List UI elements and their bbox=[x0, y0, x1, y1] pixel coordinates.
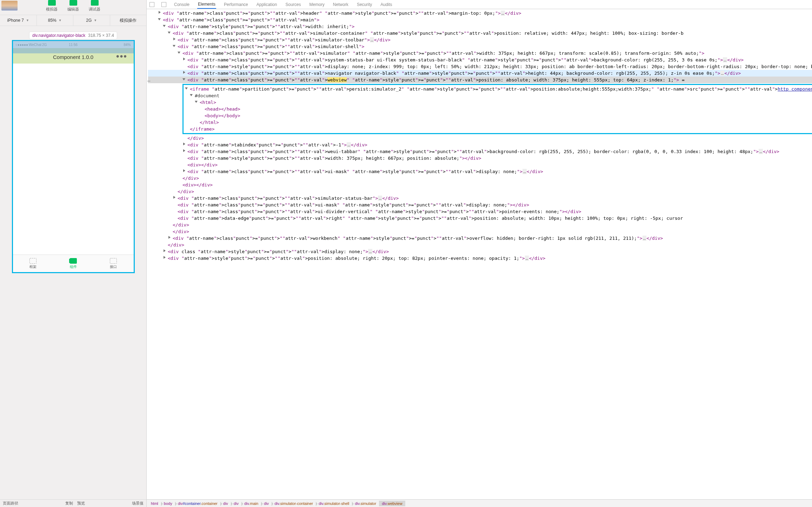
dom-node[interactable]: <div "attr-name">data-edge"punct">="punc… bbox=[148, 215, 812, 222]
dom-node[interactable]: <div "attr-name">class"punct">="punct">"… bbox=[148, 195, 812, 202]
dom-node[interactable]: …<div "attr-name">class"punct">="punct">… bbox=[148, 77, 812, 83]
dom-node[interactable]: <div "attr-name">tabindex"punct">="punct… bbox=[148, 141, 812, 148]
dom-node[interactable]: <div "attr-name">class"punct">="punct">"… bbox=[148, 17, 812, 23]
network-select[interactable]: 2G ▼ bbox=[73, 15, 110, 26]
collapse-arrow-icon[interactable] bbox=[163, 25, 166, 27]
dom-node[interactable]: <div></div> bbox=[148, 162, 812, 168]
dom-node[interactable]: <iframe "attr-name">partition"punct">="p… bbox=[185, 86, 812, 92]
devtools-tab-audits[interactable]: Audits bbox=[380, 1, 393, 8]
breadcrumb-item[interactable]: div#container.container bbox=[175, 501, 220, 506]
dom-node[interactable]: </html> bbox=[185, 119, 812, 126]
project-thumbnail[interactable] bbox=[1, 1, 18, 11]
tool-debugger[interactable]: 调试器 bbox=[89, 0, 100, 12]
device-select[interactable]: iPhone 7 ▼ bbox=[0, 15, 37, 26]
expand-arrow-icon[interactable] bbox=[183, 149, 185, 152]
page-path-label[interactable]: 页面路径 bbox=[3, 501, 18, 506]
expand-arrow-icon[interactable] bbox=[183, 169, 185, 172]
dom-node[interactable]: <div "attr-name">class"punct">="punct">"… bbox=[148, 148, 812, 155]
dom-node[interactable]: </div> bbox=[148, 135, 812, 141]
sim-ops-select[interactable]: 模拟操作 bbox=[110, 15, 147, 26]
dom-node[interactable]: </div> bbox=[148, 175, 812, 182]
dom-node[interactable]: <div></div> bbox=[148, 182, 812, 188]
dom-node[interactable]: </div> bbox=[148, 188, 812, 195]
collapse-arrow-icon[interactable] bbox=[190, 94, 193, 96]
devtools-tab-sources[interactable]: Sources bbox=[285, 1, 301, 8]
devtools-tab-security[interactable]: Security bbox=[356, 1, 373, 8]
dom-node[interactable]: <div "attr-name">class"punct">="punct">"… bbox=[148, 208, 812, 215]
breadcrumb-item[interactable]: body bbox=[161, 501, 175, 506]
breadcrumb-item[interactable]: div.simulator-container bbox=[272, 501, 316, 506]
breadcrumb-item[interactable]: div bbox=[231, 501, 241, 506]
expand-arrow-icon[interactable] bbox=[164, 256, 166, 259]
dom-node[interactable]: <div class "attr-name">style"punct">="pu… bbox=[148, 248, 812, 255]
breadcrumb-item[interactable]: div.main bbox=[241, 501, 261, 506]
collapse-arrow-icon[interactable] bbox=[182, 78, 185, 80]
phone-tab-item[interactable]: 框架 bbox=[13, 255, 53, 272]
phone-tab-item[interactable]: 接口 bbox=[93, 255, 134, 272]
breadcrumb-item[interactable]: div bbox=[261, 501, 272, 506]
dom-node[interactable]: <div "attr-name">class"punct">="punct">"… bbox=[148, 37, 812, 43]
copy-button[interactable]: 复制 bbox=[65, 501, 73, 506]
breadcrumb-item[interactable]: html bbox=[148, 501, 161, 506]
devtools-tab-memory[interactable]: Memory bbox=[309, 1, 325, 8]
expand-arrow-icon[interactable] bbox=[183, 71, 185, 74]
scene-value-label[interactable]: 场景值 bbox=[132, 501, 144, 506]
dom-node[interactable]: </iframe> bbox=[185, 126, 812, 132]
phone-tab-item[interactable]: 组件 bbox=[53, 255, 93, 272]
devtools-tabs: ConsoleElementsPerformanceApplicationSou… bbox=[147, 0, 812, 9]
collapse-arrow-icon[interactable] bbox=[185, 87, 188, 90]
expand-arrow-icon[interactable] bbox=[183, 143, 185, 145]
dom-node[interactable]: </div> bbox=[148, 222, 812, 228]
dom-node[interactable]: <div "attr-name">class"punct">="punct">"… bbox=[148, 168, 812, 175]
dom-node[interactable]: </div> bbox=[148, 242, 812, 248]
zoom-select[interactable]: 85% ▼ bbox=[37, 15, 74, 26]
inspect-element-icon[interactable] bbox=[149, 2, 154, 7]
devtools-tab-console[interactable]: Console bbox=[173, 1, 190, 8]
collapse-arrow-icon[interactable] bbox=[158, 18, 161, 20]
expand-arrow-icon[interactable] bbox=[159, 11, 161, 14]
breadcrumb-item[interactable]: div.simulator bbox=[352, 501, 379, 506]
dom-node[interactable]: <div "attr-name">class"punct">="punct">"… bbox=[148, 70, 812, 77]
chevron-down-icon: ▼ bbox=[59, 19, 62, 22]
breadcrumb-item[interactable]: div.simulator-shell bbox=[316, 501, 352, 506]
collapse-arrow-icon[interactable] bbox=[168, 32, 171, 34]
dom-node[interactable]: </div> bbox=[148, 228, 812, 235]
collapse-arrow-icon[interactable] bbox=[195, 101, 198, 103]
dom-node[interactable]: <html> bbox=[185, 99, 812, 106]
tool-simulator[interactable]: 模拟器 bbox=[46, 0, 58, 12]
nav-more-icon[interactable]: ●●● bbox=[116, 53, 127, 59]
dom-node[interactable]: <div "attr-name">class"punct">="punct">"… bbox=[148, 202, 812, 208]
device-toggle-icon[interactable] bbox=[161, 2, 166, 7]
chevron-down-icon: ▼ bbox=[26, 19, 29, 22]
dom-node[interactable]: <div "attr-name">style"punct">="punct">"… bbox=[148, 63, 812, 70]
expand-arrow-icon[interactable] bbox=[183, 58, 185, 60]
expand-arrow-icon[interactable] bbox=[173, 196, 175, 199]
dom-node[interactable]: <div "attr-name">class"punct">="punct">"… bbox=[148, 30, 812, 37]
devtools-tab-performance[interactable]: Performance bbox=[223, 1, 249, 8]
expand-arrow-icon[interactable] bbox=[164, 249, 166, 252]
phone-body[interactable] bbox=[13, 64, 134, 255]
dom-node[interactable]: <div "attr-name">style"punct">="punct">"… bbox=[148, 155, 812, 162]
dom-node[interactable]: <head></head> bbox=[185, 106, 812, 112]
dom-node[interactable]: <div "attr-name">class"punct">="punct">"… bbox=[148, 235, 812, 242]
dom-tree[interactable]: <div "attr-name">class"punct">="punct">"… bbox=[147, 9, 812, 499]
dom-node[interactable]: <div "attr-name">style"punct">="punct">"… bbox=[148, 23, 812, 30]
dom-node[interactable]: <div "attr-name">class"punct">="punct">"… bbox=[148, 57, 812, 63]
dom-node[interactable]: <body></body> bbox=[185, 112, 812, 119]
collapse-arrow-icon[interactable] bbox=[178, 52, 180, 54]
preview-button[interactable]: 预览 bbox=[77, 501, 85, 506]
collapse-arrow-icon[interactable] bbox=[173, 45, 175, 47]
dom-node[interactable]: <div "attr-name">class"punct">="punct">"… bbox=[148, 50, 812, 57]
devtools-tab-network[interactable]: Network bbox=[332, 1, 349, 8]
tool-editor[interactable]: 编辑器 bbox=[67, 0, 79, 12]
breadcrumb-item[interactable]: div bbox=[220, 501, 231, 506]
expand-arrow-icon[interactable] bbox=[173, 38, 175, 40]
dom-node[interactable]: #document bbox=[185, 92, 812, 99]
dom-node[interactable]: <div "attr-name">style"punct">="punct">"… bbox=[148, 255, 812, 262]
devtools-tab-application[interactable]: Application bbox=[256, 1, 278, 8]
expand-arrow-icon[interactable] bbox=[168, 236, 171, 239]
dom-node[interactable]: <div "attr-name">class"punct">="punct">"… bbox=[148, 10, 812, 17]
devtools-tab-elements[interactable]: Elements bbox=[197, 0, 216, 9]
dom-node[interactable]: <div "attr-name">class"punct">="punct">"… bbox=[148, 43, 812, 50]
breadcrumb-item[interactable]: div.webview bbox=[379, 501, 405, 506]
